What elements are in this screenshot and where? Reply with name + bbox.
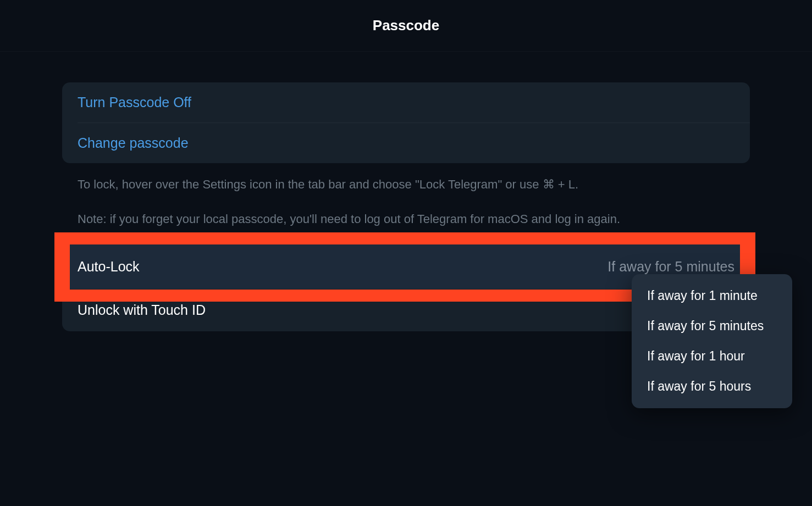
help-text-line1: To lock, hover over the Settings icon in… xyxy=(78,175,734,193)
autolock-dropdown: If away for 1 minute If away for 5 minut… xyxy=(632,274,792,408)
autolock-label: Auto-Lock xyxy=(78,259,140,275)
unlock-touchid-label: Unlock with Touch ID xyxy=(78,302,206,318)
change-passcode-label: Change passcode xyxy=(78,135,189,151)
content-area: Turn Passcode Off Change passcode To loc… xyxy=(0,52,812,331)
change-passcode-button[interactable]: Change passcode xyxy=(62,123,750,163)
autolock-value: If away for 5 minutes xyxy=(607,259,734,275)
turn-passcode-off-label: Turn Passcode Off xyxy=(78,94,191,110)
autolock-option-5min[interactable]: If away for 5 minutes xyxy=(632,311,792,341)
header: Passcode xyxy=(0,0,812,52)
turn-passcode-off-button[interactable]: Turn Passcode Off xyxy=(62,82,750,123)
help-text: To lock, hover over the Settings icon in… xyxy=(62,175,750,228)
autolock-option-1hr[interactable]: If away for 1 hour xyxy=(632,341,792,371)
page-title: Passcode xyxy=(373,17,439,34)
autolock-option-1min[interactable]: If away for 1 minute xyxy=(632,281,792,311)
help-text-line2: Note: if you forget your local passcode,… xyxy=(78,210,734,228)
autolock-option-5hr[interactable]: If away for 5 hours xyxy=(632,371,792,402)
passcode-actions-group: Turn Passcode Off Change passcode xyxy=(62,82,750,163)
